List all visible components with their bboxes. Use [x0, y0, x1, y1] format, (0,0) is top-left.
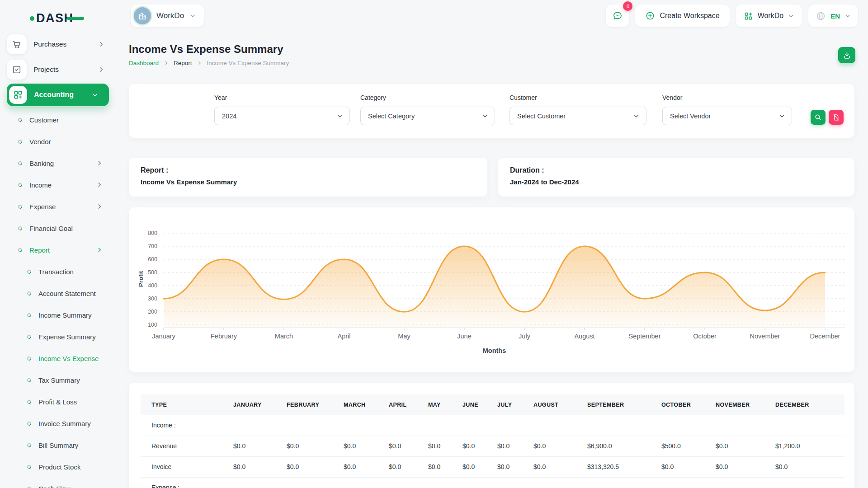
column-header-december: DECEMBER: [772, 394, 844, 415]
sidebar: DASH PurchasesProjects Accounting Custom…: [0, 0, 114, 488]
y-axis-title: Profit: [137, 271, 144, 287]
sidebar-item-income-vs-expense[interactable]: Income Vs Expense: [7, 347, 109, 369]
value-cell: $0.0: [530, 456, 584, 477]
plus-circle-icon: [645, 11, 655, 21]
profit-chart-card: 800700600500400300200100JanuaryFebruaryM…: [129, 207, 854, 372]
y-axis-tick-label: 600: [148, 256, 157, 263]
y-axis-tick-label: 400: [148, 282, 157, 289]
workspace-menu-button[interactable]: WorkDo: [736, 5, 803, 27]
y-axis-tick-label: 700: [148, 243, 157, 249]
report-label: Report :: [141, 166, 476, 174]
create-workspace-button[interactable]: Create Workspace: [635, 5, 729, 27]
select-value: Select Vendor: [670, 113, 778, 120]
table-row-revenue: Revenue$0.0$0.0$0.0$0.0$0.0$0.0$0.0$0.0$…: [141, 436, 844, 456]
column-header-november: NOVEMBER: [712, 394, 772, 415]
language-selector[interactable]: EN: [808, 5, 858, 27]
filter-card: Year2024CategorySelect CategoryCustomerS…: [129, 84, 854, 138]
sidebar-item-label: Financial Goal: [29, 225, 109, 232]
messages-button[interactable]: 0: [606, 5, 629, 27]
income-expense-table: TYPEJANUARYFEBRUARYMARCHAPRILMAYJUNEJULY…: [141, 394, 844, 488]
sidebar-item-banking[interactable]: Banking: [7, 152, 109, 174]
sidebar-item-report[interactable]: Report: [7, 239, 109, 261]
dash-logo[interactable]: DASH: [29, 8, 86, 28]
breadcrumb-item-report[interactable]: Report: [174, 60, 192, 66]
sidebar-item-invoice-summary[interactable]: Invoice Summary: [7, 413, 109, 434]
filter-field-category: CategorySelect Category: [360, 94, 495, 125]
logo-dot-icon: [30, 16, 34, 21]
sidebar-item-cash-flow[interactable]: Cash Flow: [7, 478, 109, 488]
sidebar-item-label: Customer: [29, 116, 109, 124]
column-header-april: APRIL: [385, 394, 425, 415]
chevron-down-icon: [788, 13, 794, 19]
x-axis-tick-label: March: [275, 333, 293, 340]
workspace-name: WorkDo: [156, 11, 184, 20]
sidebar-item-product-stock[interactable]: Product Stock: [7, 456, 109, 478]
table-header-row: TYPEJANUARYFEBRUARYMARCHAPRILMAYJUNEJULY…: [141, 394, 844, 415]
value-cell: $313,320.5: [584, 456, 658, 477]
sidebar-item-projects[interactable]: Projects: [7, 57, 109, 82]
select-value: Select Customer: [517, 113, 633, 120]
workspace-avatar: [134, 7, 151, 24]
bullet-icon: [26, 486, 32, 488]
sidebar-item-expense-summary[interactable]: Expense Summary: [7, 326, 109, 347]
sidebar-item-label: Expense: [29, 203, 96, 211]
select-category[interactable]: Select Category: [360, 107, 495, 125]
select-vendor[interactable]: Select Vendor: [662, 107, 792, 125]
sidebar-item-label: Transaction: [38, 268, 109, 276]
sidebar-item-label: Product Stock: [38, 463, 109, 471]
sidebar-item-label: Income: [29, 181, 96, 189]
value-cell: $0.0: [712, 456, 772, 477]
sidebar-item-vendor[interactable]: Vendor: [7, 131, 109, 152]
section-heading: Expense :: [141, 477, 844, 488]
bullet-icon: [26, 442, 32, 448]
bullet-icon: [17, 225, 23, 231]
select-value: Select Category: [368, 113, 481, 120]
sidebar-item-bill-summary[interactable]: Bill Summary: [7, 434, 109, 456]
sidebar-item-label: Purchases: [33, 40, 91, 48]
breadcrumb: DashboardReportIncome Vs Expense Summary: [129, 60, 289, 66]
x-axis-tick-label: November: [750, 333, 780, 340]
reset-filter-button[interactable]: [829, 110, 844, 125]
column-header-july: JULY: [494, 394, 530, 415]
sidebar-item-accounting[interactable]: Accounting: [7, 84, 109, 106]
search-icon: [814, 113, 822, 121]
bullet-icon: [17, 204, 23, 210]
select-customer[interactable]: Select Customer: [509, 107, 646, 125]
sidebar-item-profit-loss[interactable]: Profit & Loss: [7, 391, 109, 413]
globe-icon: [816, 11, 826, 21]
download-button[interactable]: [838, 47, 855, 63]
sidebar-item-expense[interactable]: Expense: [7, 196, 109, 217]
download-icon: [843, 51, 851, 60]
sidebar-item-account-statement[interactable]: Account Statement: [7, 282, 109, 304]
x-axis-tick-label: January: [152, 333, 175, 340]
table-section-expense: Expense :: [141, 477, 844, 488]
value-cell: $6,900.0: [584, 436, 658, 456]
report-value: Income Vs Expense Summary: [141, 178, 476, 186]
column-header-march: MARCH: [340, 394, 385, 415]
sidebar-item-purchases[interactable]: Purchases: [7, 32, 109, 57]
sidebar-item-financial-goal[interactable]: Financial Goal: [7, 217, 109, 239]
sidebar-item-label: Income Summary: [38, 311, 109, 319]
workspace-selector[interactable]: WorkDo: [131, 5, 204, 27]
sidebar-item-income-summary[interactable]: Income Summary: [7, 304, 109, 326]
sidebar-item-tax-summary[interactable]: Tax Summary: [7, 369, 109, 391]
breadcrumb-item-income-vs-expense-summary: Income Vs Expense Summary: [207, 60, 289, 66]
income-expense-table-card: TYPEJANUARYFEBRUARYMARCHAPRILMAYJUNEJULY…: [129, 383, 854, 488]
breadcrumb-item-dashboard[interactable]: Dashboard: [129, 60, 159, 66]
page-title: Income Vs Expense Summary: [129, 43, 283, 56]
sidebar-item-customer[interactable]: Customer: [7, 109, 109, 131]
select-year[interactable]: 2024: [214, 107, 350, 125]
duration-summary-card: Duration : Jan-2024 to Dec-2024: [498, 158, 854, 197]
filter-label: Customer: [509, 94, 646, 101]
apply-filter-button[interactable]: [811, 110, 826, 125]
sidebar-item-transaction[interactable]: Transaction: [7, 261, 109, 282]
workspace-menu-label: WorkDo: [758, 12, 784, 20]
bullet-icon: [17, 160, 23, 166]
table-row-invoice: Invoice$0.0$0.0$0.0$0.0$0.0$0.0$0.0$0.0$…: [141, 456, 844, 477]
chat-icon: [612, 10, 623, 21]
grid-plus-icon: [744, 11, 753, 21]
y-axis-tick-label: 500: [148, 269, 157, 276]
sidebar-item-label: Invoice Summary: [38, 420, 109, 427]
sidebar-item-income[interactable]: Income: [7, 174, 109, 196]
sidebar-item-label: Bill Summary: [38, 441, 109, 449]
